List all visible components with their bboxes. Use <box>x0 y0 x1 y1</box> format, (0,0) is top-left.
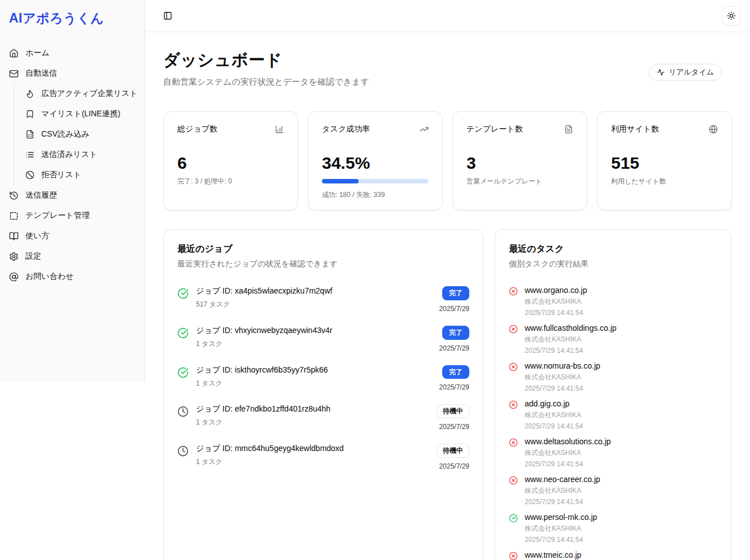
recent-jobs-panel: 最近のジョブ 最近実行されたジョブの状況を確認できます ジョブ ID: xa4p… <box>163 229 483 560</box>
bookmark-icon <box>25 110 34 119</box>
recent-jobs-subtitle: 最近実行されたジョブの状況を確認できます <box>177 259 469 269</box>
success-rate-progressbar <box>322 179 429 183</box>
sidebar-item-auto-send[interactable]: 自動送信 <box>0 63 145 84</box>
globe-icon <box>709 125 718 134</box>
list-icon <box>25 150 34 159</box>
panel-left-icon <box>163 11 172 20</box>
task-domain: www.tmeic.co.jp <box>525 550 583 559</box>
sidebar-submenu: 広告アクティブ企業リスト マイリスト(LINE連携) CSV読み込み 送信済みリ… <box>14 84 145 185</box>
sidebar-toggle-button[interactable] <box>160 8 176 24</box>
task-timestamp: 2025/7/29 14:41:54 <box>525 309 587 317</box>
sidebar-item-reject-list[interactable]: 拒否リスト <box>14 165 145 185</box>
task-timestamp: 2025/7/29 14:41:54 <box>525 384 600 392</box>
at-sign-icon <box>9 272 19 282</box>
job-id: ジョブ ID: vhxyicnwebyzqaeywin43v4r <box>196 326 432 336</box>
circle-x-icon <box>509 476 518 485</box>
job-row: ジョブ ID: vhxyicnwebyzqaeywin43v4r 1 タスク 完… <box>177 326 469 352</box>
mail-icon <box>9 69 19 78</box>
task-company: 株式会社KASHIKA <box>525 524 597 533</box>
chart-column-icon <box>275 125 284 134</box>
stat-label: 総ジョブ数 <box>177 124 217 134</box>
task-row: www.fullcastholdings.co.jp 株式会社KASHIKA 2… <box>509 323 717 355</box>
status-badge: 待機中 <box>437 444 469 458</box>
square-dashed-icon <box>9 211 19 221</box>
theme-toggle-button[interactable] <box>722 6 741 25</box>
sidebar-item-home[interactable]: ホーム <box>0 43 145 63</box>
stat-value: 6 <box>177 155 284 172</box>
stat-card-success-rate: タスク成功率 34.5% 成功: 180 / 失敗: 339 <box>308 111 443 211</box>
stat-sub: 成功: 180 / 失敗: 339 <box>322 190 429 200</box>
job-row: ジョブ ID: mmc64hu5geyg4kewldbmdoxd 1 タスク 待… <box>177 444 469 470</box>
page-title: ダッシュボード <box>163 49 369 72</box>
flame-icon <box>25 89 34 98</box>
app-logo[interactable]: AIアポろうくん <box>0 0 145 34</box>
sidebar-item-label: 使い方 <box>25 231 49 241</box>
job-row: ジョブ ID: efe7ndkbo1zffd401rz8u4hh 1 タスク 待… <box>177 404 469 431</box>
job-id: ジョブ ID: mmc64hu5geyg4kewldbmdoxd <box>196 444 429 454</box>
sidebar-item-ad-active-list[interactable]: 広告アクティブ企業リスト <box>14 84 145 104</box>
stat-sub: 営業メールテンプレート <box>466 177 573 186</box>
job-task-count: 1 タスク <box>196 379 432 388</box>
task-row: www.nomura-bs.co.jp 株式会社KASHIKA 2025/7/2… <box>509 361 717 392</box>
history-icon <box>9 191 19 200</box>
activity-icon <box>657 68 665 76</box>
sidebar: AIアポろうくん ホーム 自動送信 広告アクティブ企業リスト <box>0 0 145 382</box>
recent-tasks-title: 最近のタスク <box>509 243 717 255</box>
job-row: ジョブ ID: iskthoyrcwf6b35yy7r5pk66 1 タスク 完… <box>177 365 469 392</box>
task-company: 株式会社KASHIKA <box>525 335 617 344</box>
sidebar-item-send-history[interactable]: 送信履歴 <box>0 185 145 205</box>
sidebar-item-label: 自動送信 <box>25 68 57 78</box>
page-subtitle: 自動営業システムの実行状況とデータを確認できます <box>163 77 369 88</box>
sidebar-item-label: マイリスト(LINE連携) <box>41 109 120 119</box>
sidebar-item-csv-import[interactable]: CSV読み込み <box>14 124 145 145</box>
task-timestamp: 2025/7/29 14:41:54 <box>525 422 583 430</box>
job-date: 2025/7/29 <box>439 383 469 391</box>
sidebar-item-my-list[interactable]: マイリスト(LINE連携) <box>14 104 145 124</box>
circle-x-icon <box>509 362 518 371</box>
task-company: 株式会社KASHIKA <box>525 373 600 382</box>
stat-value: 34.5% <box>322 155 429 172</box>
main-content: ダッシュボード 自動営業システムの実行状況とデータを確認できます リアルタイム … <box>145 32 750 560</box>
task-domain: add.gig.co.jp <box>525 399 583 408</box>
circle-check-icon <box>177 367 189 378</box>
circle-check-icon <box>177 288 189 299</box>
status-badge: 完了 <box>442 286 469 300</box>
task-company: 株式会社KASHIKA <box>525 486 600 496</box>
job-row: ジョブ ID: xa4pis5wlaecxpizku7m2qwf 517 タスク… <box>177 286 469 313</box>
job-task-count: 1 タスク <box>196 418 429 427</box>
sidebar-item-label: 送信済みリスト <box>41 150 97 160</box>
stats-grid: 総ジョブ数 6 完了: 3 / 処理中: 0 タスク成功率 34.5% 成功: … <box>163 111 732 211</box>
circle-x-icon <box>509 438 518 447</box>
top-header <box>145 0 750 32</box>
circle-x-icon <box>509 287 518 296</box>
stat-card-total-jobs: 総ジョブ数 6 完了: 3 / 処理中: 0 <box>163 111 298 211</box>
sidebar-item-label: 拒否リスト <box>41 170 81 180</box>
gear-icon <box>9 252 19 261</box>
task-company: 株式会社KASHIKA <box>525 448 611 458</box>
file-text-icon <box>564 125 573 134</box>
task-row: www.neo-career.co.jp 株式会社KASHIKA 2025/7/… <box>509 475 717 506</box>
sidebar-item-how-to[interactable]: 使い方 <box>0 226 145 246</box>
clock-icon <box>177 445 189 457</box>
job-task-count: 517 タスク <box>196 300 432 309</box>
realtime-badge[interactable]: リアルタイム <box>649 64 722 81</box>
recent-jobs-title: 最近のジョブ <box>177 243 469 255</box>
task-row: www.organo.co.jp 株式会社KASHIKA 2025/7/29 1… <box>509 286 717 317</box>
circle-check-icon <box>177 327 189 339</box>
sidebar-item-template-manage[interactable]: テンプレート管理 <box>0 205 145 226</box>
stat-label: 利用サイト数 <box>611 124 659 134</box>
task-row: www.deltasolutions.co.jp 株式会社KASHIKA 202… <box>509 437 717 468</box>
task-company: 株式会社KASHIKA <box>525 297 587 307</box>
sidebar-item-settings[interactable]: 設定 <box>0 246 145 266</box>
stat-card-templates: テンプレート数 3 営業メールテンプレート <box>452 111 587 211</box>
task-domain: www.neo-career.co.jp <box>525 475 600 484</box>
page-title-row: ダッシュボード 自動営業システムの実行状況とデータを確認できます リアルタイム <box>163 49 732 88</box>
sidebar-nav: ホーム 自動送信 広告アクティブ企業リスト マイリスト(LINE連携) <box>0 34 145 287</box>
circle-check-icon <box>509 514 518 523</box>
trending-up-icon <box>420 125 429 134</box>
sidebar-item-contact[interactable]: お問い合わせ <box>0 266 145 287</box>
sidebar-item-label: テンプレート管理 <box>25 211 90 221</box>
job-id: ジョブ ID: efe7ndkbo1zffd401rz8u4hh <box>196 404 429 414</box>
sidebar-item-sent-list[interactable]: 送信済みリスト <box>14 145 145 165</box>
ban-icon <box>25 170 34 180</box>
